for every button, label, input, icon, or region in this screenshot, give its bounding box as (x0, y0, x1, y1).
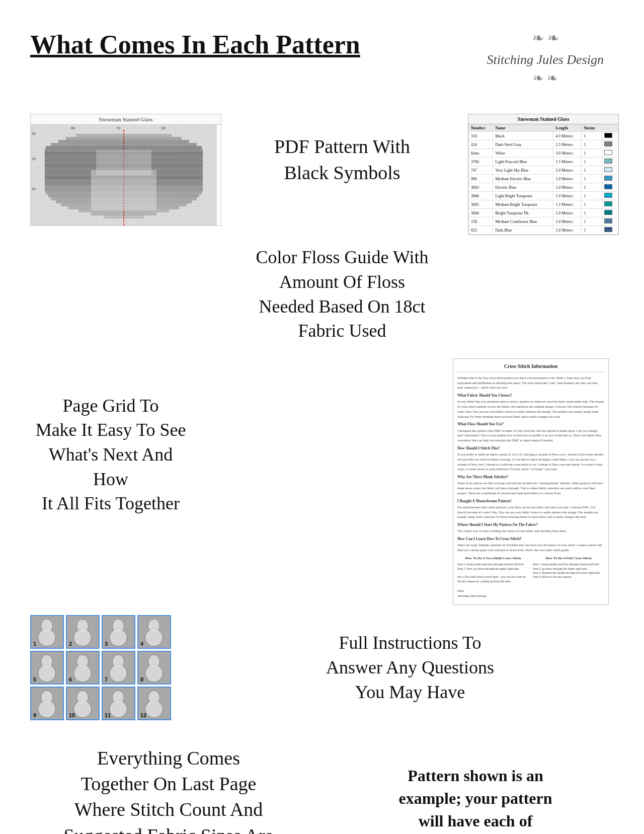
svg-rect-14 (66, 137, 182, 140)
floss-name: Medium Electric Blue (493, 175, 553, 183)
floss-length: 3.0 Meters (553, 149, 582, 158)
page-thumb-number: 2 (69, 641, 72, 647)
floss-number: 3844 (469, 209, 493, 217)
page-thumb-number: 3 (105, 641, 108, 647)
row-1: Snowman Stained Glass // Inline SVG grid… (30, 114, 614, 235)
floss-number: 825 (469, 226, 493, 235)
page-thumb: 4 (137, 615, 171, 649)
svg-rect-13 (76, 134, 172, 137)
floss-number: blanc (469, 149, 493, 158)
floss-skeins: 1 (582, 132, 602, 140)
floss-skeins: 1 (582, 209, 602, 217)
page-thumb-number: 4 (140, 641, 143, 647)
ornament-bottom-svg: ❧ ❧ (495, 68, 596, 89)
brand-name: Stitching Jules Design (487, 50, 604, 68)
stitch-steps: How To Do A Two (Half) Cross Stitch Step… (457, 556, 604, 585)
svg-rect-40 (104, 215, 144, 218)
floss-skeins: 1 (582, 140, 602, 149)
floss-length: 1.0 Meters (553, 175, 582, 183)
page-thumb: 2 (66, 615, 100, 649)
page-thumb-number: 9 (33, 712, 36, 718)
instructions-title: Cross Stitch Information (457, 363, 604, 372)
page-thumb-number: 6 (69, 676, 72, 683)
instr-p-learn: There are many fantastic tutorials on Yo… (457, 543, 604, 553)
svg-rect-16 (51, 143, 197, 146)
instructions-col: Cross Stitch Information Whether this is… (453, 358, 614, 605)
svg-text:10: 10 (32, 157, 36, 161)
pattern-image-title: Snowman Stained Glass (31, 114, 221, 125)
col-color (602, 125, 618, 132)
floss-name: Dark Blue (493, 226, 553, 235)
floss-skeins: 1 (582, 175, 602, 183)
floss-color-swatch (602, 209, 618, 217)
page-title: What Comes In Each Pattern (30, 30, 360, 59)
stitch-right-title: How To Do A Full Cross Stitch (533, 556, 604, 561)
floss-name: Bright Turquoise Dk (493, 209, 553, 217)
instr-p-how: If you prefer to stitch on fabric counts… (457, 452, 604, 472)
page-thumb: 11 (102, 687, 135, 720)
floss-name: Light Peacock Blue (493, 158, 553, 166)
svg-rect-17 (46, 146, 202, 149)
floss-number: 3843 (469, 183, 493, 192)
floss-row: blanc White 3.0 Meters 1 (469, 149, 618, 158)
instr-h-learn: How Can I Learn How To Cross Stitch? (457, 536, 604, 542)
svg-point-314 (146, 665, 163, 681)
instr-p-blank: Some of my pieces are full coverage and … (457, 481, 604, 495)
floss-length: 1.5 Meters (553, 200, 582, 209)
page-thumb: 8 (137, 651, 171, 685)
full-instructions-text: Full Instructions ToAnswer Any Questions… (206, 626, 614, 709)
floss-name: Medium Bright Turquoise (493, 200, 553, 209)
instr-p-start: The classic way to start is finding the … (457, 528, 604, 534)
floss-length: 1.0 Meters (553, 209, 582, 217)
floss-name: Dark Steel Gray (493, 140, 553, 149)
page-thumb: 5 (30, 651, 64, 685)
full-instructions-col: Full Instructions ToAnswer Any Questions… (206, 626, 614, 709)
floss-color-swatch (602, 149, 618, 158)
page-thumb: 9 (30, 687, 64, 720)
floss-skeins: 1 (582, 226, 602, 235)
floss-skeins: 1 (582, 149, 602, 158)
floss-length: 1.0 Meters (553, 217, 582, 226)
svg-rect-39 (91, 212, 156, 215)
floss-number: 996 (469, 175, 493, 183)
col-skeins: Skeins (582, 125, 602, 132)
svg-text:60: 60 (71, 126, 75, 130)
page-thumb: 10 (66, 687, 100, 720)
floss-number: 3766 (469, 158, 493, 166)
instr-h-start: Where Should I Start My Pattern On The F… (457, 522, 604, 527)
floss-row: 158 Medium Cornflower Blue 1.0 Meters 1 (469, 217, 618, 226)
instr-p-fabric: It's my belief that you should be able t… (457, 399, 604, 419)
svg-rect-15 (58, 140, 189, 143)
instr-h-blank: Why Are There Blank Stitches? (457, 474, 604, 480)
page-thumb-number: 11 (105, 712, 111, 718)
page-thumb: 1 (30, 615, 64, 649)
floss-number: 3846 (469, 192, 493, 200)
svg-text:70: 70 (116, 126, 120, 130)
floss-length: 4.0 Meters (553, 132, 582, 140)
instr-h-how: How Should I Stitch This? (457, 445, 604, 451)
floss-row: 3846 Light Bright Turquoise 1.0 Meters 1 (469, 192, 618, 200)
floss-color-swatch (602, 140, 618, 149)
pdf-pattern-text: PDF Pattern WithBlack Symbols (269, 129, 415, 191)
floss-number: 3845 (469, 200, 493, 209)
floss-row: 3844 Bright Turquoise Dk 1.0 Meters 1 (469, 209, 618, 217)
stitch-right-steps: Step 1: bring needle and floss through b… (533, 562, 604, 579)
floss-guide-col: Snowman Stained Glass Number Name Length… (468, 114, 614, 235)
floss-table-body: 310 Black 4.0 Meters 1 414 Dark Steel Gr… (469, 132, 618, 235)
floss-length: 1.0 Meters (553, 183, 582, 192)
svg-point-246 (74, 665, 91, 681)
floss-guide: Snowman Stained Glass Number Name Length… (468, 114, 619, 235)
floss-skeins: 1 (582, 192, 602, 200)
svg-point-144 (110, 629, 127, 646)
col-name: Name (493, 125, 553, 132)
floss-name: Medium Cornflower Blue (493, 217, 553, 226)
page-thumb: 3 (102, 615, 135, 649)
svg-point-110 (74, 629, 91, 646)
floss-color-swatch (602, 226, 618, 235)
instr-h-fabric: What Fabric Should You Choose? (457, 393, 604, 398)
color-floss-text: Color Floss Guide WithAmount Of FlossNee… (216, 240, 468, 348)
everything-together-text: Everything ComesTogether On Last PageWhe… (30, 745, 307, 834)
floss-skeins: 1 (582, 200, 602, 209)
svg-point-382 (74, 701, 91, 717)
floss-row: 3845 Medium Bright Turquoise 1.5 Meters … (469, 200, 618, 209)
